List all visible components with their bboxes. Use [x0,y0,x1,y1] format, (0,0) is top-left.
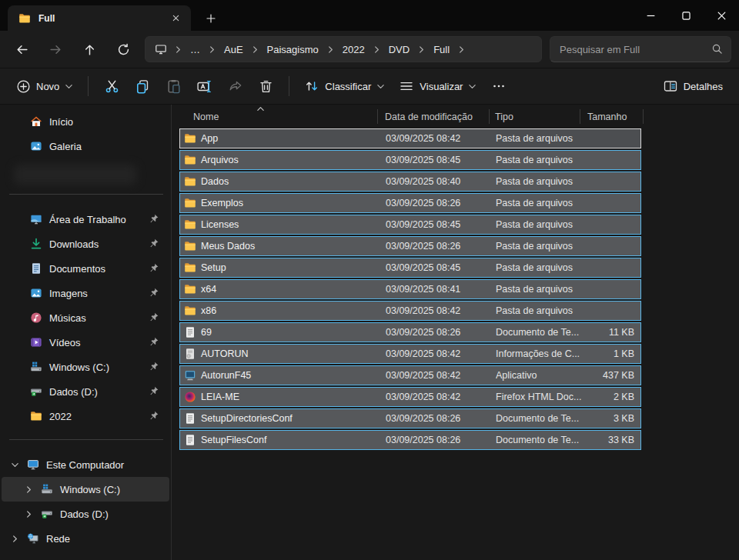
breadcrumb-item-aue[interactable]: AuE [219,42,249,58]
folder-icon [184,132,196,145]
folder-icon [184,175,196,188]
this-pc-icon[interactable] [150,41,172,58]
sidebar-item-documentos[interactable]: Documentos [2,256,169,281]
file-row-x64[interactable]: x6403/09/2025 08:41Pasta de arquivos [179,279,641,299]
sort-arrows-icon [304,78,319,94]
file-modified: 03/09/2025 08:41 [386,284,460,295]
search-icon[interactable] [711,43,723,57]
file-row-app[interactable]: App03/09/2025 08:42Pasta de arquivos [179,128,641,148]
file-row-setupdirectoriesconf[interactable]: SetupDirectoriesConf03/09/2025 08:26Docu… [179,408,641,428]
file-modified: 03/09/2025 08:26 [386,435,460,445]
file-row-autorunf45[interactable]: AutorunF4503/09/2025 08:42Aplicativo437 … [179,365,641,385]
tree-item-rede[interactable]: Rede [2,526,169,551]
file-row-arquivos[interactable]: Arquivos03/09/2025 08:45Pasta de arquivo… [179,150,641,170]
file-row-setup[interactable]: Setup03/09/2025 08:45Pasta de arquivos [179,258,641,278]
file-name: LEIA-ME [201,392,239,402]
file-modified: 03/09/2025 08:26 [386,327,460,338]
pin-icon [149,336,159,349]
drivewin-icon [41,483,53,495]
chevron-right-icon[interactable] [25,485,34,494]
folder-icon [184,240,196,252]
more-options-button[interactable] [483,73,514,99]
tab-close-icon[interactable] [166,9,185,28]
paste-button[interactable] [158,73,189,99]
column-divider[interactable] [580,109,580,124]
minimize-icon[interactable] [633,0,668,31]
chevron-right-icon[interactable] [25,510,34,518]
view-button[interactable]: Visualizar [392,75,483,98]
chevron-down-icon[interactable] [11,461,20,469]
column-header-modified[interactable]: Data de modificação [385,112,473,122]
column-header-name[interactable]: Nome [193,112,219,122]
copy-button[interactable] [127,73,158,99]
breadcrumb-chevron-icon [325,45,336,54]
tree-item-dados-d[interactable]: Dados (D:) [2,502,169,526]
file-row-meus-dados[interactable]: Meus Dados03/09/2025 08:26Pasta de arqui… [179,236,641,256]
column-header-type[interactable]: Tipo [495,112,513,122]
file-row-autorun[interactable]: AUTORUN03/09/2025 08:42Informações de C.… [179,344,641,364]
file-size: 1 KB [614,348,634,359]
file-row-leia-me[interactable]: LEIA-ME03/09/2025 08:42Firefox HTML Doc.… [179,387,641,407]
file-row-setupfilesconf[interactable]: SetupFilesConf03/09/2025 08:26Documento … [179,430,641,450]
file-row-licenses[interactable]: Licenses03/09/2025 08:45Pasta de arquivo… [179,215,641,235]
sidebar-item-2022[interactable]: 2022 [2,404,169,428]
sort-button[interactable]: Classificar [297,75,392,98]
file-type: Firefox HTML Doc... [496,392,587,402]
sidebar-item-in-cio[interactable]: Início [2,109,169,134]
sidebar-item-dados-d[interactable]: Dados (D:) [2,379,169,404]
breadcrumb-item-paisagismo[interactable]: Paisagismo [262,42,324,58]
file-row-dados[interactable]: Dados03/09/2025 08:40Pasta de arquivos [179,172,641,192]
tree-item-label: Rede [46,533,70,545]
file-row-69[interactable]: 6903/09/2025 08:26Documento de Te...11 K… [179,322,641,342]
file-name: Exemplos [201,198,243,208]
file-type: Pasta de arquivos [496,155,587,165]
breadcrumb-item-full[interactable]: Full [428,42,455,58]
sidebar-item-imagens[interactable]: Imagens [2,281,169,305]
sidebar-item-windows-c[interactable]: Windows (C:) [2,355,169,379]
sidebar-item-m-sicas[interactable]: Músicas [2,305,169,330]
column-divider[interactable] [489,109,490,124]
sidebar-item-rea-de-trabalho[interactable]: Área de Trabalho [2,207,169,232]
refresh-button[interactable] [106,36,140,62]
chevron-down-icon [376,82,385,91]
column-divider[interactable] [377,109,378,124]
up-button[interactable] [72,36,106,62]
chevron-right-icon[interactable] [11,535,20,543]
delete-button[interactable] [250,73,281,99]
breadcrumb-overflow[interactable]: … [185,42,206,58]
tree-item-windows-c[interactable]: Windows (C:) [2,477,169,502]
file-modified: 03/09/2025 08:42 [386,392,460,402]
file-list-pane: Nome Data de modificação Tipo Tamanho Ap… [172,105,739,560]
column-divider[interactable] [643,109,644,124]
file-name: SetupDirectoriesConf [201,413,293,424]
file-modified: 03/09/2025 08:26 [386,241,460,252]
breadcrumb-item-dvd[interactable]: DVD [383,42,415,58]
maximize-icon[interactable] [668,0,704,31]
sidebar-item-downloads[interactable]: Downloads [2,232,169,256]
cut-button[interactable] [96,73,127,99]
app-icon [184,369,196,382]
share-button[interactable] [219,73,250,99]
sidebar-item-label: 2022 [49,411,72,422]
new-button[interactable]: Novo [9,75,80,98]
file-row-exemplos[interactable]: Exemplos03/09/2025 08:26Pasta de arquivo… [179,193,641,213]
column-header-size[interactable]: Tamanho [587,112,627,122]
search-input[interactable] [550,37,731,62]
file-type: Documento de Te... [496,413,587,424]
sidebar-item-galeria[interactable]: Galeria [2,134,169,158]
folder-icon [184,154,196,166]
file-explorer-window: Full …AuEPaisagismo2022DVDFull Novo [0,0,739,560]
details-pane-button[interactable]: Detalhes [656,75,730,98]
forward-button[interactable] [38,36,72,62]
file-modified: 03/09/2025 08:42 [386,133,460,144]
new-tab-button[interactable] [202,9,220,28]
rename-button[interactable] [189,73,219,99]
close-icon[interactable] [704,0,739,31]
tree-item-este-computador[interactable]: Este Computador [2,452,169,477]
file-row-x86[interactable]: x8603/09/2025 08:42Pasta de arquivos [179,301,641,321]
sidebar-item-v-deos[interactable]: Vídeos [2,330,169,355]
breadcrumb-item-2022[interactable]: 2022 [337,42,370,58]
file-type: Pasta de arquivos [496,262,587,273]
explorer-tab[interactable]: Full [8,5,191,31]
back-button[interactable] [5,36,38,62]
